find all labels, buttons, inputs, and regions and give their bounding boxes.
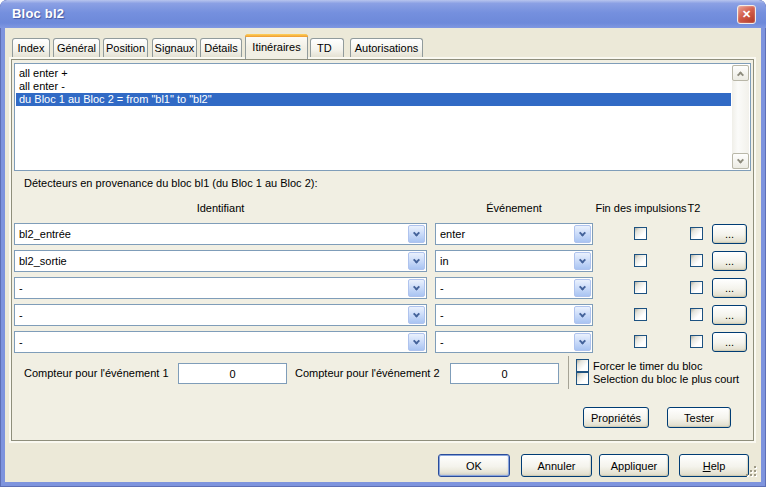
identifiant-combo-3[interactable]: - xyxy=(14,277,427,299)
chevron-down-icon xyxy=(579,256,586,263)
detectors-caption: Détecteurs en provenance du bloc bl1 (du… xyxy=(24,177,318,189)
combo-dropdown-button[interactable] xyxy=(408,225,425,243)
chevron-up-icon xyxy=(737,71,744,78)
combo-dropdown-button[interactable] xyxy=(408,252,425,270)
header-fin-impulsions: Fin des impulsions xyxy=(594,202,688,214)
list-item[interactable]: all enter + xyxy=(16,67,731,80)
tab-itineraires[interactable]: Itinéraires xyxy=(245,34,308,59)
window-title: Bloc bl2 xyxy=(12,6,64,21)
tab-signaux[interactable]: Signaux xyxy=(152,38,197,57)
identifiant-combo-2[interactable]: bl2_sortie xyxy=(14,250,427,272)
help-button[interactable]: Help xyxy=(679,454,749,477)
tab-td[interactable]: TD xyxy=(310,38,344,57)
proprietes-button[interactable]: Propriétés xyxy=(583,407,649,428)
listbox-scrollbar[interactable] xyxy=(732,65,749,169)
more-button-1[interactable]: ... xyxy=(712,224,747,244)
fin-impulsions-checkbox-1[interactable] xyxy=(634,227,647,240)
close-icon: ✕ xyxy=(742,8,751,21)
appliquer-button[interactable]: Appliquer xyxy=(599,454,669,477)
chevron-down-icon xyxy=(413,337,420,344)
tab-details[interactable]: Détails xyxy=(200,38,242,57)
t2-checkbox-5[interactable] xyxy=(690,335,703,348)
header-t2: T2 xyxy=(682,202,706,214)
fin-impulsions-checkbox-3[interactable] xyxy=(634,281,647,294)
evenement-combo-3[interactable]: - xyxy=(435,277,593,299)
combo-dropdown-button[interactable] xyxy=(574,252,591,270)
combo-dropdown-button[interactable] xyxy=(408,333,425,351)
combo-dropdown-button[interactable] xyxy=(574,279,591,297)
t2-checkbox-1[interactable] xyxy=(690,227,703,240)
tab-index[interactable]: Index xyxy=(12,38,50,57)
evenement-combo-2[interactable]: in xyxy=(435,250,593,272)
tab-autorisations[interactable]: Autorisations xyxy=(350,38,423,57)
chevron-down-icon xyxy=(413,229,420,236)
title-bar[interactable]: Bloc bl2 ✕ xyxy=(0,0,766,28)
identifiant-combo-4[interactable]: - xyxy=(14,304,427,326)
combo-dropdown-button[interactable] xyxy=(574,225,591,243)
routes-listbox[interactable]: all enter + all enter - du Bloc 1 au Blo… xyxy=(14,63,751,171)
resize-grip-icon[interactable] xyxy=(745,465,758,480)
tab-position[interactable]: Position xyxy=(103,38,148,57)
annuler-button[interactable]: Annuler xyxy=(521,454,592,477)
fin-impulsions-checkbox-4[interactable] xyxy=(634,308,647,321)
counter2-field[interactable] xyxy=(450,363,559,384)
more-button-5[interactable]: ... xyxy=(712,332,747,352)
counter2-label: Compteur pour l'événement 2 xyxy=(295,367,440,379)
identifiant-combo-5[interactable]: - xyxy=(14,331,427,353)
counter1-field[interactable] xyxy=(178,363,287,384)
tester-button[interactable]: Tester xyxy=(667,407,731,428)
selection-bloc-label: Selection du bloc le plus court xyxy=(593,373,739,385)
header-evenement: Événement xyxy=(435,202,593,214)
close-button[interactable]: ✕ xyxy=(737,5,756,24)
chevron-down-icon xyxy=(579,229,586,236)
chevron-down-icon xyxy=(413,283,420,290)
counter1-label: Compteur pour l'événement 1 xyxy=(24,367,169,379)
combo-dropdown-button[interactable] xyxy=(574,333,591,351)
combo-dropdown-button[interactable] xyxy=(574,306,591,324)
forcer-timer-checkbox[interactable] xyxy=(576,359,589,372)
forcer-timer-label: Forcer le timer du bloc xyxy=(593,360,702,372)
chevron-down-icon xyxy=(737,156,744,163)
header-identifiant: Identifiant xyxy=(14,202,427,214)
chevron-down-icon xyxy=(579,283,586,290)
combo-dropdown-button[interactable] xyxy=(408,279,425,297)
chevron-down-icon xyxy=(579,337,586,344)
combo-dropdown-button[interactable] xyxy=(408,306,425,324)
evenement-combo-1[interactable]: enter xyxy=(435,223,593,245)
scroll-down-button[interactable] xyxy=(732,153,749,169)
selection-bloc-checkbox[interactable] xyxy=(576,372,589,385)
fin-impulsions-checkbox-2[interactable] xyxy=(634,254,647,267)
evenement-combo-4[interactable]: - xyxy=(435,304,593,326)
tab-general[interactable]: Général xyxy=(53,38,100,57)
more-button-4[interactable]: ... xyxy=(712,305,747,325)
identifiant-combo-1[interactable]: bl2_entrée xyxy=(14,223,427,245)
chevron-down-icon xyxy=(579,310,586,317)
more-button-2[interactable]: ... xyxy=(712,251,747,271)
chevron-down-icon xyxy=(413,310,420,317)
t2-checkbox-3[interactable] xyxy=(690,281,703,294)
more-button-3[interactable]: ... xyxy=(712,278,747,298)
fin-impulsions-checkbox-5[interactable] xyxy=(634,335,647,348)
scroll-up-button[interactable] xyxy=(732,65,749,81)
ok-button[interactable]: OK xyxy=(438,454,510,477)
list-item[interactable]: all enter - xyxy=(16,80,731,93)
evenement-combo-5[interactable]: - xyxy=(435,331,593,353)
dialog-window: Bloc bl2 ✕ Index Général Position Signau… xyxy=(0,0,766,487)
t2-checkbox-2[interactable] xyxy=(690,254,703,267)
vertical-divider xyxy=(568,356,569,389)
chevron-down-icon xyxy=(413,256,420,263)
list-item-selected[interactable]: du Bloc 1 au Bloc 2 = from "bl1" to "bl2… xyxy=(16,93,731,106)
t2-checkbox-4[interactable] xyxy=(690,308,703,321)
